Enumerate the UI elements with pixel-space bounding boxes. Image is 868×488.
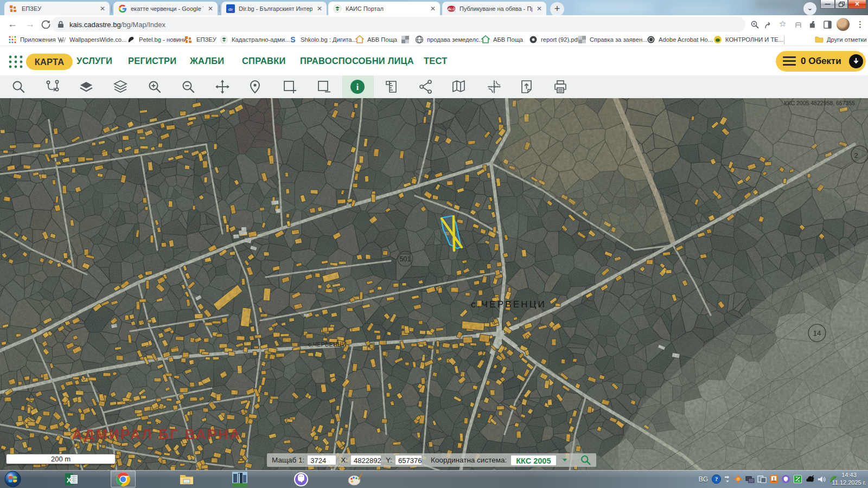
svg-text:ALD: ALD	[447, 7, 455, 10]
svg-text:501: 501	[399, 255, 411, 263]
svg-text:АДМИРАЛ БГ ВАРНА: АДМИРАЛ БГ ВАРНА	[72, 426, 241, 442]
svg-text:с.ЧЕРВЕНЦИ: с.ЧЕРВЕНЦИ	[471, 299, 546, 310]
svg-text:?: ?	[715, 476, 718, 482]
svg-text:dir: dir	[228, 7, 233, 11]
svg-text:с.ЧЕРВЕНЦИ: с.ЧЕРВЕНЦИ	[308, 341, 346, 348]
svg-text:14: 14	[813, 329, 821, 337]
svg-text:X: X	[67, 476, 72, 484]
svg-text:S: S	[290, 35, 295, 44]
svg-text:ККС 2005 4822958, 657355: ККС 2005 4822958, 657355	[784, 100, 855, 106]
svg-text:2: 2	[854, 151, 858, 159]
svg-text:i: i	[356, 82, 359, 92]
